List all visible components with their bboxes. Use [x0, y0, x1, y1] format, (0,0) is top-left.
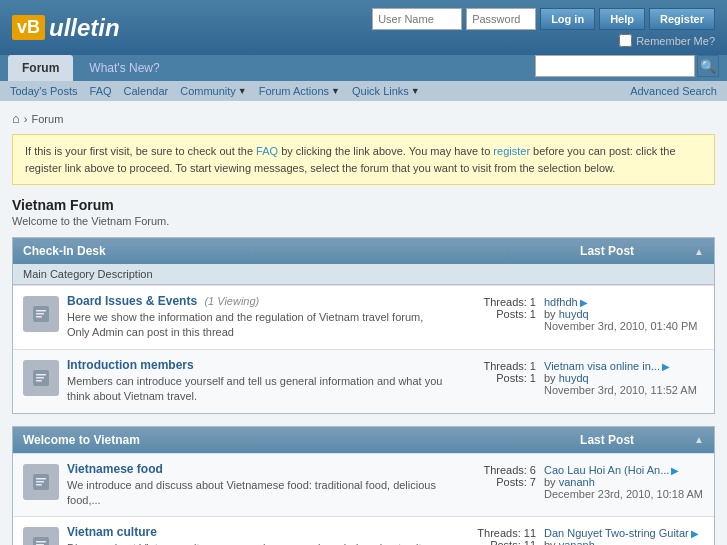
home-icon[interactable]: ⌂	[12, 111, 20, 126]
sub-header-checkin: Main Category Description	[13, 264, 714, 285]
last-post-arrow-intro: ▶	[662, 361, 670, 372]
login-button[interactable]: Log in	[540, 8, 595, 30]
sort-icon-checkin[interactable]: ▲	[694, 246, 704, 257]
forum-desc-viet-culture: Discuss about Vietnam culture, you can h…	[67, 541, 448, 545]
last-post-arrow-food: ▶	[671, 465, 679, 476]
svg-rect-1	[36, 310, 46, 312]
breadcrumb-separator: ›	[24, 113, 28, 125]
forum-info-intro-members: Introduction members Members can introdu…	[67, 358, 448, 405]
nav-quick-links[interactable]: Quick Links	[352, 85, 409, 97]
notice-text-before-faq: If this is your first visit, be sure to …	[25, 145, 256, 157]
last-post-date-intro-members: November 3rd, 2010, 11:52 AM	[544, 384, 704, 396]
nav-forum-actions[interactable]: Forum Actions	[259, 85, 329, 97]
forum-stats-viet-culture: Threads: 11 Posts: 11	[456, 525, 536, 545]
forum-name-intro-members[interactable]: Introduction members	[67, 358, 194, 372]
forum-info-viet-culture: Vietnam culture Discuss about Vietnam cu…	[67, 525, 448, 545]
notice-faq-link[interactable]: FAQ	[256, 145, 278, 157]
tab-whats-new[interactable]: What's New?	[75, 55, 173, 81]
forum-row-board-issues: Board Issues & Events (1 Viewing) Here w…	[13, 285, 714, 349]
category-name-checkin: Check-In Desk	[23, 244, 106, 258]
main-content: ⌂ › Forum If this is your first visit, b…	[0, 101, 727, 545]
forum-icon-viet-food	[23, 464, 59, 500]
remember-me-label: Remember Me?	[636, 35, 715, 47]
svg-rect-13	[36, 541, 46, 543]
forum-icon-board-issues	[23, 296, 59, 332]
forum-name-board-issues[interactable]: Board Issues & Events	[67, 294, 197, 308]
posts-count-intro-members: Posts: 1	[456, 372, 536, 384]
forum-stats-board-issues: Threads: 1 Posts: 1	[456, 294, 536, 341]
breadcrumb-nav: Today's Posts FAQ Calendar Community ▼ F…	[0, 81, 727, 101]
svg-rect-6	[36, 377, 44, 379]
last-post-title-viet-culture[interactable]: Dan Nguyet Two-string Guitar	[544, 527, 689, 539]
nav-calendar[interactable]: Calendar	[124, 85, 169, 97]
last-post-label-checkin: Last Post	[580, 244, 634, 258]
category-header-checkin: Check-In Desk Last Post ▲	[13, 238, 714, 264]
last-post-title-viet-food[interactable]: Cao Lau Hoi An (Hoi An...	[544, 464, 669, 476]
forum-icon-svg-food	[30, 471, 52, 493]
forum-stats-intro-members: Threads: 1 Posts: 1	[456, 358, 536, 405]
last-post-user-intro-members[interactable]: huydq	[559, 372, 589, 384]
last-post-title-board-issues[interactable]: hdfhdh	[544, 296, 578, 308]
svg-rect-10	[36, 481, 44, 483]
forum-icon-svg	[30, 303, 52, 325]
last-post-user-board-issues[interactable]: huydq	[559, 308, 589, 320]
site-header: vBulletin Log in Help Register Remember …	[0, 0, 727, 55]
last-post-viet-culture: Dan Nguyet Two-string Guitar▶ by vananh …	[544, 525, 704, 545]
last-post-label-welcome: Last Post	[580, 433, 634, 447]
svg-rect-9	[36, 478, 46, 480]
forum-name-viet-food[interactable]: Vietnamese food	[67, 462, 163, 476]
last-post-user-viet-food[interactable]: vananh	[559, 476, 595, 488]
notice-text-after-faq: by clicking the link above. You may have…	[278, 145, 493, 157]
forum-row-intro-members: Introduction members Members can introdu…	[13, 349, 714, 413]
last-post-by-viet-food: by vananh	[544, 476, 704, 488]
forum-icon-intro-members	[23, 360, 59, 396]
svg-rect-7	[36, 380, 42, 382]
last-post-date-viet-food: December 23rd, 2010, 10:18 AM	[544, 488, 704, 500]
forum-name-viet-culture[interactable]: Vietnam culture	[67, 525, 157, 539]
sort-icon-welcome[interactable]: ▲	[694, 434, 704, 445]
forum-desc-board-issues: Here we show the information and the reg…	[67, 310, 448, 341]
posts-count-viet-food: Posts: 7	[456, 476, 536, 488]
password-input[interactable]	[466, 8, 536, 30]
forum-icon-viet-culture	[23, 527, 59, 545]
last-post-by-board-issues: by huydq	[544, 308, 704, 320]
tab-forum[interactable]: Forum	[8, 55, 73, 81]
forum-desc-intro-members: Members can introduce yourself and tell …	[67, 374, 448, 405]
header-buttons: Help Register	[599, 8, 715, 30]
last-post-viet-food: Cao Lau Hoi An (Hoi An...▶ by vananh Dec…	[544, 462, 704, 509]
forum-info-viet-food: Vietnamese food We introduce and discuss…	[67, 462, 448, 509]
search-input[interactable]	[535, 55, 695, 77]
help-button[interactable]: Help	[599, 8, 645, 30]
forum-icon-svg-intro	[30, 367, 52, 389]
posts-count-viet-culture: Posts: 11	[456, 539, 536, 545]
forum-info-board-issues: Board Issues & Events (1 Viewing) Here w…	[67, 294, 448, 341]
search-button[interactable]: 🔍	[697, 55, 719, 77]
forum-icon-svg-culture	[30, 534, 52, 545]
forum-title: Vietnam Forum	[12, 197, 715, 213]
breadcrumb-forum: Forum	[32, 113, 64, 125]
nav-faq[interactable]: FAQ	[90, 85, 112, 97]
nav-community[interactable]: Community	[180, 85, 236, 97]
forum-desc-viet-food: We introduce and discuss about Vietnames…	[67, 478, 448, 509]
notice-register-link[interactable]: register	[493, 145, 530, 157]
forum-viewing-board-issues: (1 Viewing)	[204, 295, 259, 307]
advanced-search-link[interactable]: Advanced Search	[630, 85, 717, 97]
last-post-arrow-culture: ▶	[691, 528, 699, 539]
threads-count-board-issues: Threads: 1	[456, 296, 536, 308]
forum-actions-dropdown-arrow: ▼	[331, 86, 340, 96]
last-post-title-intro-members[interactable]: Vietnam visa online in...	[544, 360, 660, 372]
last-post-user-viet-culture[interactable]: vananh	[559, 539, 595, 545]
register-button[interactable]: Register	[649, 8, 715, 30]
category-welcome-vietnam: Welcome to Vietnam Last Post ▲ Vietnames…	[12, 426, 715, 545]
username-input[interactable]	[372, 8, 462, 30]
svg-rect-5	[36, 374, 46, 376]
threads-count-viet-culture: Threads: 11	[456, 527, 536, 539]
notice-box: If this is your first visit, be sure to …	[12, 134, 715, 185]
login-row: Log in Help Register	[372, 8, 715, 30]
last-post-intro-members: Vietnam visa online in...▶ by huydq Nove…	[544, 358, 704, 405]
quick-links-dropdown-arrow: ▼	[411, 86, 420, 96]
nav-todays-posts[interactable]: Today's Posts	[10, 85, 78, 97]
svg-rect-12	[33, 537, 49, 545]
remember-me-checkbox[interactable]	[619, 34, 632, 47]
forum-stats-viet-food: Threads: 6 Posts: 7	[456, 462, 536, 509]
